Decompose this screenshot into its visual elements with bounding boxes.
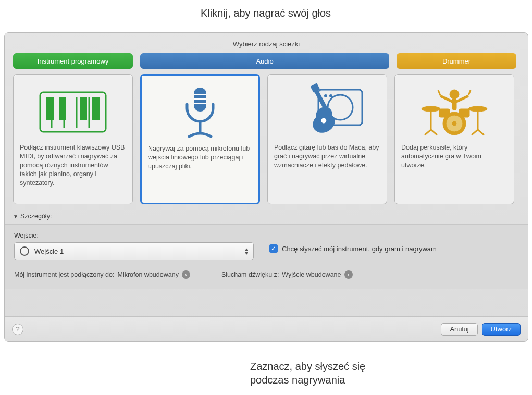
track-cards-row: Podłącz instrument klawiszowy USB MIDI, … bbox=[5, 74, 528, 209]
new-track-panel: Wybierz rodzaj ścieżki Instrument progra… bbox=[4, 32, 528, 342]
card-guitar-desc: Podłącz gitarę lub bas do Maca, aby grać… bbox=[274, 143, 380, 170]
details-label: Szczegóły: bbox=[20, 213, 52, 220]
svg-line-31 bbox=[425, 130, 431, 135]
instrument-connection[interactable]: Mój instrument jest podłączony do: Mikro… bbox=[14, 270, 190, 279]
drummer-icon bbox=[401, 81, 508, 143]
svg-point-23 bbox=[450, 90, 459, 99]
callout-line-bottom bbox=[267, 297, 267, 358]
svg-line-36 bbox=[478, 130, 484, 135]
chevron-right-icon: › bbox=[344, 270, 353, 279]
disclosure-triangle-icon: ▼ bbox=[13, 214, 18, 219]
card-drummer[interactable]: Dodaj perkusistę, który automatycznie gr… bbox=[394, 74, 514, 204]
card-software-instrument[interactable]: Podłącz instrument klawiszowy USB MIDI, … bbox=[13, 74, 133, 204]
microphone-icon bbox=[148, 82, 252, 144]
cancel-button[interactable]: Anuluj bbox=[441, 323, 477, 336]
guitar-amp-icon bbox=[274, 81, 380, 143]
keyboard-icon bbox=[20, 81, 126, 143]
details-body: Wejście: Wejście 1 ▲▼ ✓ Chcę słyszeć mój… bbox=[5, 225, 528, 289]
card-audio-guitar[interactable]: Podłącz gitarę lub bas do Maca, aby grać… bbox=[267, 74, 387, 204]
monitor-label: Chcę słyszeć mój instrument, gdy gram i … bbox=[282, 245, 437, 253]
callout-monitor: Zaznacz, aby słyszeć się podczas nagrywa… bbox=[250, 360, 365, 387]
help-button[interactable]: ? bbox=[12, 324, 23, 335]
output-connection-value: Wyjście wbudowane bbox=[282, 271, 341, 278]
svg-point-29 bbox=[422, 106, 440, 112]
input-select-value: Wejście 1 bbox=[34, 248, 64, 255]
monitor-checkbox[interactable]: ✓ bbox=[269, 244, 278, 253]
card-software-desc: Podłącz instrument klawiszowy USB MIDI, … bbox=[20, 143, 126, 187]
svg-line-27 bbox=[438, 90, 440, 95]
svg-line-35 bbox=[472, 130, 478, 135]
svg-point-16 bbox=[324, 94, 327, 97]
details-toggle[interactable]: ▼ Szczegóły: bbox=[5, 209, 528, 225]
input-label: Wejście: bbox=[14, 232, 518, 239]
input-channel-icon bbox=[20, 246, 29, 256]
svg-rect-4 bbox=[92, 97, 100, 120]
tab-drummer[interactable]: Drummer bbox=[397, 53, 516, 69]
instrument-connection-value: Mikrofon wbudowany bbox=[117, 271, 178, 278]
svg-line-28 bbox=[468, 90, 471, 95]
output-connection-prefix: Słucham dźwięku z: bbox=[221, 271, 279, 278]
tab-audio[interactable]: Audio bbox=[140, 53, 389, 69]
track-type-tabs: Instrument programowy Audio Drummer bbox=[5, 53, 528, 74]
tab-software-instrument[interactable]: Instrument programowy bbox=[13, 53, 133, 69]
chevron-right-icon: › bbox=[182, 270, 190, 279]
svg-rect-2 bbox=[59, 97, 66, 120]
callout-record-voice: Kliknij, aby nagrać swój głos bbox=[201, 7, 331, 19]
panel-title: Wybierz rodzaj ścieżki bbox=[5, 33, 528, 53]
output-connection[interactable]: Słucham dźwięku z: Wyjście wbudowane › bbox=[221, 270, 353, 279]
create-button[interactable]: Utwórz bbox=[482, 323, 521, 336]
svg-rect-3 bbox=[80, 97, 87, 120]
svg-point-33 bbox=[468, 106, 487, 112]
svg-rect-1 bbox=[46, 97, 54, 120]
card-drummer-desc: Dodaj perkusistę, który automatycznie gr… bbox=[401, 143, 508, 170]
svg-line-32 bbox=[431, 130, 437, 135]
svg-point-17 bbox=[329, 94, 332, 97]
dialog-footer: ? Anuluj Utwórz bbox=[5, 316, 528, 341]
svg-point-41 bbox=[452, 121, 456, 126]
card-audio-mic[interactable]: Nagrywaj za pomocą mikrofonu lub wejścia… bbox=[140, 74, 260, 204]
card-mic-desc: Nagrywaj za pomocą mikrofonu lub wejścia… bbox=[148, 144, 252, 171]
chevron-up-down-icon: ▲▼ bbox=[244, 248, 249, 255]
input-select[interactable]: Wejście 1 ▲▼ bbox=[14, 242, 254, 260]
instrument-connection-prefix: Mój instrument jest podłączony do: bbox=[14, 271, 114, 278]
svg-rect-24 bbox=[452, 98, 456, 110]
